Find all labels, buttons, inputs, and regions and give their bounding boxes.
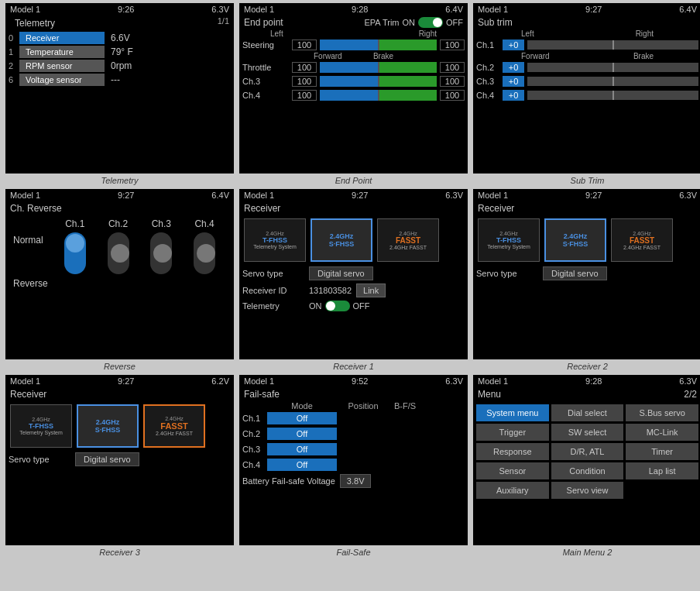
- sub-ch2-val: +0: [503, 62, 524, 73]
- table-row[interactable]: 1 Temperature 79° F: [5, 45, 234, 59]
- st-fb-labels: Forward Brake: [473, 52, 700, 60]
- toggle-knob: [433, 18, 442, 27]
- telemetry-voltage: 6.3V: [211, 5, 229, 14]
- recv2-title: Receiver: [473, 201, 700, 215]
- sub-ch1-row: Ch.1 +0: [473, 38, 700, 52]
- menu-system-menu[interactable]: System menu: [476, 404, 549, 421]
- ep-throttle-right: 100: [440, 62, 465, 73]
- menu-sw-select[interactable]: SW select: [551, 424, 624, 441]
- receiver2-panel-wrap: Model 1 9:27 6.3V Receiver 2.4GHz T-FHSS…: [471, 189, 700, 374]
- proto-sfhss-btn[interactable]: 2.4GHz S·FHSS: [311, 218, 372, 262]
- normal-label: Normal: [13, 232, 53, 249]
- fs-title: Fail-safe: [239, 387, 468, 401]
- ep-steering-right: 100: [440, 40, 465, 50]
- recv1-tel-toggle[interactable]: [325, 301, 350, 311]
- recv3-proto-fasst-active[interactable]: 2.4GHz FASST 2.4GHz FASST: [143, 404, 205, 448]
- recv1-id-val: 131803582: [309, 286, 352, 295]
- tfhss-badge: 2.4GHz: [266, 231, 284, 236]
- fs-ch1-label: Ch.1: [242, 414, 264, 423]
- rev-ch3-knob: [153, 244, 172, 263]
- sub-ch1-bar: [527, 40, 698, 50]
- table-row[interactable]: 0 Receiver 6.6V: [5, 31, 234, 45]
- mm2-model: Model 1: [478, 376, 508, 386]
- reverse-row-labels: Normal Reverse: [13, 218, 53, 305]
- fs-ch4-row: Ch.4 Off: [239, 457, 468, 472]
- menu-dial-select[interactable]: Dial select: [551, 404, 624, 421]
- proto-tfhss-btn[interactable]: 2.4GHz T-FHSS Telemetry System: [244, 218, 306, 262]
- recv1-tel-knob: [326, 301, 335, 311]
- recv3-protocols: 2.4GHz T-FHSS Telemetry System 2.4GHz S·…: [5, 401, 234, 451]
- menu-servo-view[interactable]: Servo view: [551, 482, 624, 499]
- recv2-proto-fasst[interactable]: 2.4GHz FASST 2.4GHz FASST: [611, 218, 673, 262]
- rev-ch4-header: Ch.4: [189, 218, 220, 229]
- menu-lap-list[interactable]: Lap list: [626, 462, 698, 479]
- recv3-servo-row: Servo type Digital servo: [5, 451, 234, 468]
- recv3-servo-val[interactable]: Digital servo: [75, 452, 139, 466]
- ep-steering-label: Steering: [242, 40, 289, 50]
- ep-throttle-label: Throttle: [242, 63, 289, 72]
- fs-ch4-mode[interactable]: Off: [267, 459, 337, 471]
- recv3-header: Model 1 9:27 6.2V: [5, 375, 234, 387]
- recv3-title: Receiver: [5, 387, 234, 401]
- rev-ch2-toggle[interactable]: [108, 232, 129, 274]
- fs-ch3-mode[interactable]: Off: [267, 443, 337, 455]
- receiver3-label: Receiver 3: [99, 548, 140, 557]
- ep-ch4bar-center: [378, 90, 379, 101]
- recv2-proto-sfhss[interactable]: 2.4GHz S·FHSS: [544, 218, 606, 262]
- telemetry-screen: Model 1 9:26 6.3V Telemetry 1/1 0 Receiv…: [5, 3, 234, 174]
- recv1-tel-on: ON: [309, 301, 322, 311]
- menu-sensor[interactable]: Sensor: [476, 462, 549, 479]
- ep-toggle-group: EPA Trim ON OFF: [364, 17, 463, 28]
- menu-sbus-servo[interactable]: S.Bus servo: [626, 404, 698, 421]
- ep-bar-left: [320, 40, 379, 50]
- st-model: Model 1: [478, 5, 508, 14]
- menu-timer[interactable]: Timer: [626, 443, 698, 460]
- st-time: 9:27: [585, 5, 602, 14]
- tfhss-logo: T-FHSS: [262, 236, 287, 244]
- menu-mc-link[interactable]: MC-Link: [626, 424, 698, 441]
- recv3-proto-tfhss[interactable]: 2.4GHz T-FHSS Telemetry System: [10, 404, 72, 448]
- fs-ch1-mode[interactable]: Off: [267, 412, 337, 424]
- subtrim-screen: Model 1 9:27 6.4V Sub trim Left Right Ch…: [473, 3, 700, 174]
- rev-ch3-toggle[interactable]: [150, 232, 172, 274]
- ep-voltage: 6.4V: [445, 5, 463, 14]
- recv2-proto-tfhss[interactable]: 2.4GHz T-FHSS Telemetry System: [478, 218, 540, 262]
- ep-tbar-right: [379, 62, 438, 73]
- menu-dr-atl[interactable]: D/R, ATL: [551, 443, 624, 460]
- recv1-tel-toggle-group: ON OFF: [309, 301, 370, 311]
- telemetry-section-title: Telemetry: [10, 16, 60, 30]
- recv1-servo-val[interactable]: Digital servo: [309, 266, 373, 280]
- menu-response[interactable]: Response: [476, 443, 549, 460]
- receiver3-panel-wrap: Model 1 9:27 6.2V Receiver 2.4GHz T-FHSS…: [3, 375, 236, 560]
- fs-ch3-label: Ch.3: [242, 445, 264, 454]
- fs-ch1-row: Ch.1 Off: [239, 411, 468, 426]
- sub-ch3-row: Ch.3 +0: [473, 74, 700, 88]
- epa-toggle[interactable]: [418, 17, 443, 28]
- mm2-page: 2/2: [684, 389, 697, 400]
- recv2-header: Model 1 9:27 6.3V: [473, 189, 700, 201]
- menu-auxiliary[interactable]: Auxiliary: [476, 482, 549, 499]
- recv1-tel-label: Telemetry: [242, 301, 304, 311]
- receiver2-label: Receiver 2: [567, 362, 608, 371]
- sub-ch3-label: Ch.3: [476, 77, 499, 86]
- rev-ch4-toggle[interactable]: [194, 232, 215, 274]
- recv3-voltage: 6.2V: [211, 376, 229, 386]
- table-row[interactable]: 6 Voltage sensor ---: [5, 73, 234, 87]
- sub-ch4-row: Ch.4 +0: [473, 88, 700, 102]
- menu-condition[interactable]: Condition: [551, 462, 624, 479]
- recv1-id-label: Receiver ID: [242, 286, 304, 295]
- rev-ch1-toggle[interactable]: [64, 232, 86, 274]
- proto-fasst-btn[interactable]: 2.4GHz FASST 2.4GHz FASST: [377, 218, 439, 262]
- recv3-proto-sfhss-active[interactable]: 2.4GHz S·FHSS: [77, 404, 139, 448]
- menu-trigger[interactable]: Trigger: [476, 424, 549, 441]
- ep-epa-label: EPA Trim: [364, 18, 399, 27]
- fs-ch2-mode[interactable]: Off: [267, 428, 337, 440]
- ep-ch3-label: Ch.3: [242, 77, 289, 86]
- recv2-time: 9:27: [585, 191, 602, 200]
- ep-right-label: Right: [419, 29, 437, 38]
- ep-left-label: Left: [270, 29, 283, 38]
- ep-time: 9:28: [352, 5, 368, 14]
- recv2-servo-val[interactable]: Digital servo: [543, 266, 607, 280]
- recv1-link-btn[interactable]: Link: [356, 283, 386, 297]
- table-row[interactable]: 2 RPM sensor 0rpm: [5, 59, 234, 73]
